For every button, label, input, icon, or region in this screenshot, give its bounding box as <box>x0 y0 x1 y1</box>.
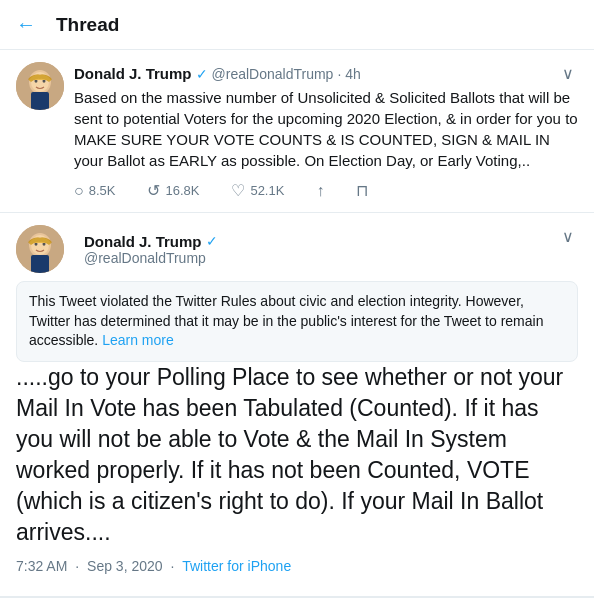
tweet-2-chevron-icon[interactable]: ∨ <box>558 225 578 248</box>
svg-rect-11 <box>31 255 49 273</box>
tweet-2: Donald J. Trump ✓ @realDonaldTrump ∨ Thi… <box>0 213 594 597</box>
tweet-1-verified-icon: ✓ <box>196 66 208 82</box>
retweet-icon: ↺ <box>147 181 160 200</box>
bottom-action-bar <box>0 597 594 611</box>
meta-dot-1: · <box>75 558 83 574</box>
share-icon: ↑ <box>316 182 324 200</box>
tweet-1-share-button[interactable]: ↑ <box>316 182 324 200</box>
learn-more-link[interactable]: Learn more <box>102 332 174 348</box>
tweet-1-retweet-button[interactable]: ↺ 16.8K <box>147 181 199 200</box>
tweet-1-like-button[interactable]: ♡ 52.1K <box>231 181 284 200</box>
svg-rect-5 <box>31 92 49 110</box>
tweet-1-user-info: Donald J. Trump ✓ @realDonaldTrump · 4h <box>74 65 361 82</box>
tweet-2-date: Sep 3, 2020 <box>87 558 163 574</box>
tweet-1-username: Donald J. Trump <box>74 65 192 82</box>
tweet-2-user: Donald J. Trump ✓ @realDonaldTrump <box>16 225 218 273</box>
tweet-2-source: Twitter for iPhone <box>182 558 291 574</box>
tweet-1-actions: ○ 8.5K ↺ 16.8K ♡ 52.1K ↑ ⊓ <box>74 181 578 200</box>
tweet-1-handle: @realDonaldTrump <box>212 66 334 82</box>
tweet-2-user-info: Donald J. Trump ✓ @realDonaldTrump <box>84 233 218 266</box>
tweet-1-dot: · <box>337 66 341 82</box>
back-button[interactable]: ← <box>16 13 36 36</box>
tweet-1-text: Based on the massive number of Unsolicit… <box>74 87 578 171</box>
tweet-1-like-count: 52.1K <box>250 183 284 198</box>
tweet-1-chevron-icon[interactable]: ∨ <box>558 62 578 85</box>
tweet-1-time: 4h <box>345 66 361 82</box>
bookmark-icon: ⊓ <box>356 181 368 200</box>
tweet-1-retweet-count: 16.8K <box>165 183 199 198</box>
tweet-2-text: .....go to your Polling Place to see whe… <box>16 362 578 548</box>
thread-header: ← Thread <box>0 0 594 50</box>
tweet-1-header: Donald J. Trump ✓ @realDonaldTrump · 4h … <box>74 62 578 85</box>
tweet-1: Donald J. Trump ✓ @realDonaldTrump · 4h … <box>0 50 594 213</box>
tweet-2-meta: 7:32 AM · Sep 3, 2020 · Twitter for iPho… <box>16 558 578 574</box>
tweet-2-header: Donald J. Trump ✓ @realDonaldTrump ∨ <box>16 225 578 273</box>
avatar-tweet1 <box>16 62 64 110</box>
tweet-1-comment-count: 8.5K <box>89 183 116 198</box>
tweet-2-verified-icon: ✓ <box>206 233 218 249</box>
tweet-2-warning-box: This Tweet violated the Twitter Rules ab… <box>16 281 578 362</box>
avatar-tweet2 <box>16 225 64 273</box>
like-icon: ♡ <box>231 181 245 200</box>
comment-icon: ○ <box>74 182 84 200</box>
tweet-1-body: Donald J. Trump ✓ @realDonaldTrump · 4h … <box>74 62 578 200</box>
tweet-2-handle: @realDonaldTrump <box>84 250 218 266</box>
tweet-2-time: 7:32 AM <box>16 558 67 574</box>
tweet-2-username: Donald J. Trump <box>84 233 202 250</box>
tweet-1-bookmark-button[interactable]: ⊓ <box>356 181 368 200</box>
page-title: Thread <box>56 14 119 36</box>
meta-dot-2: · <box>170 558 178 574</box>
tweet-1-comment-button[interactable]: ○ 8.5K <box>74 182 115 200</box>
